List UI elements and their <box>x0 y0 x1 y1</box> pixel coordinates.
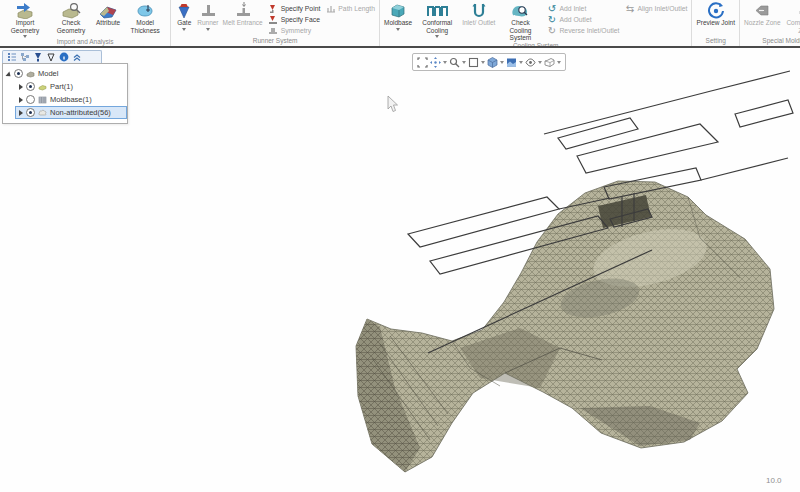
conformal-cooling-button[interactable]: Conformal Cooling <box>414 1 460 42</box>
model-thickness-button[interactable]: Model Thickness <box>122 1 168 38</box>
reverse-inlet-outlet-icon: ↻ <box>546 25 557 36</box>
gate-icon <box>175 2 193 19</box>
specify-face-button[interactable]: Specify Face <box>268 14 321 25</box>
zoom-icon[interactable] <box>449 57 466 68</box>
check-cooling-icon <box>510 2 530 19</box>
check-cooling-label: Check Cooling System <box>499 19 541 42</box>
clipping-plane-icon[interactable] <box>468 57 485 68</box>
compression-zone-icon <box>797 2 800 19</box>
specify-point-button[interactable]: Specify Point <box>268 3 321 14</box>
info-icon[interactable] <box>57 52 70 63</box>
mouse-cursor <box>388 96 398 112</box>
runner-small-column-1: Specify Point Specify Face Symmetry <box>265 1 323 37</box>
tree-row-label: Non-attributed(56) <box>50 108 111 117</box>
tree-row-model[interactable]: Model <box>3 67 127 80</box>
moldbase-icon <box>388 2 408 19</box>
path-length-button[interactable]: Path Length <box>325 3 375 14</box>
tree-row-non-attributed[interactable]: Non-attributed(56) <box>15 106 127 119</box>
compression-zone-label: Compression Zone <box>785 19 800 34</box>
runner-button[interactable]: Runner <box>195 1 220 37</box>
moldbase-button[interactable]: Moldbase <box>382 1 414 42</box>
viewport-toolbar <box>412 53 566 71</box>
symmetry-icon <box>268 25 279 36</box>
dropdown-caret[interactable] <box>462 61 466 64</box>
runner-tree-icon[interactable] <box>31 52 44 63</box>
tree-panel-tab-bar <box>2 50 102 63</box>
visibility-icon[interactable] <box>525 57 542 68</box>
check-cooling-system-button[interactable]: Check Cooling System <box>497 1 543 42</box>
model-tree-icon[interactable] <box>5 52 18 63</box>
group-label-runner-system: Runner System <box>171 37 379 46</box>
inlet-outlet-label: Inlet/ Outlet <box>462 19 495 27</box>
dropdown-caret[interactable] <box>182 28 186 31</box>
runner-icon <box>199 2 217 19</box>
reverse-inlet-outlet-button[interactable]: ↻ Reverse Inlet/Outlet <box>546 25 619 36</box>
gate-tree-icon[interactable] <box>44 52 57 63</box>
ribbon-toolbar: Import Geometry Check Geometry Attribute <box>0 0 800 48</box>
align-inlet-outlet-button[interactable]: ⇆ Align Inlet/Outlet <box>625 3 688 14</box>
group-label-setting: Setting <box>692 37 739 46</box>
align-inlet-outlet-icon: ⇆ <box>625 3 636 14</box>
dropdown-caret[interactable] <box>443 61 447 64</box>
group-runner-system: Gate Runner Melt Entrance <box>171 0 380 46</box>
add-outlet-icon: ↻ <box>546 14 557 25</box>
dropdown-caret[interactable] <box>538 61 542 64</box>
orbit-icon[interactable] <box>430 57 447 68</box>
dropdown-caret[interactable] <box>500 61 504 64</box>
cooling-small-column-2: ⇆ Align Inlet/Outlet <box>622 1 690 42</box>
attribute-button[interactable]: Attribute <box>94 1 122 38</box>
symmetry-label: Symmetry <box>281 27 312 34</box>
model-node-icon <box>26 69 35 78</box>
group-setting: Preview Joint Setting <box>692 0 740 46</box>
render-mode-icon[interactable] <box>506 57 523 68</box>
dropdown-caret[interactable] <box>206 28 210 31</box>
gate-label: Gate <box>177 19 191 27</box>
conformal-cooling-label: Conformal Cooling <box>416 19 458 34</box>
layer-tree-icon[interactable] <box>18 52 31 63</box>
add-outlet-button[interactable]: ↻ Add Outlet <box>546 14 619 25</box>
reverse-inlet-outlet-label: Reverse Inlet/Outlet <box>559 27 619 34</box>
visibility-radio[interactable] <box>26 82 35 91</box>
dropdown-caret[interactable] <box>481 61 485 64</box>
check-geometry-button[interactable]: Check Geometry <box>48 1 94 38</box>
shading-mode-icon[interactable] <box>487 57 504 68</box>
scale-readout: 10.0 <box>766 476 782 485</box>
gate-button[interactable]: Gate <box>173 1 195 37</box>
melt-entrance-icon <box>234 2 252 19</box>
melt-entrance-button[interactable]: Melt Entrance <box>221 1 265 37</box>
expander-icon[interactable] <box>6 71 13 78</box>
dropdown-caret[interactable] <box>557 61 561 64</box>
expander-icon[interactable] <box>19 110 23 116</box>
moldbase-label: Moldbase <box>384 19 412 27</box>
expander-icon[interactable] <box>19 97 23 103</box>
dropdown-caret[interactable] <box>519 61 523 64</box>
specify-point-label: Specify Point <box>281 5 321 12</box>
import-geometry-icon <box>15 2 35 19</box>
group-cooling-system: Moldbase Conformal Cooling Inlet/ Outlet <box>380 0 692 46</box>
import-geometry-button[interactable]: Import Geometry <box>2 1 48 38</box>
runner-label: Runner <box>197 19 218 27</box>
inlet-outlet-button[interactable]: Inlet/ Outlet <box>460 1 497 42</box>
symmetry-button[interactable]: Symmetry <box>268 25 321 36</box>
dropdown-caret[interactable] <box>396 28 400 31</box>
compression-zone-button[interactable]: Compression Zone <box>783 1 800 37</box>
model-tree-panel: Model Part(1) Moldbase(1) Non-attributed… <box>2 50 128 124</box>
inlet-outlet-icon <box>470 2 488 19</box>
tree-row-part[interactable]: Part(1) <box>15 80 127 93</box>
nozzle-zone-button[interactable]: Nozzle Zone <box>742 1 783 37</box>
preview-joint-button[interactable]: Preview Joint <box>694 1 737 37</box>
add-inlet-button[interactable]: ↺ Add Inlet <box>546 3 619 14</box>
import-geometry-label: Import Geometry <box>4 19 46 34</box>
collapse-panel-icon[interactable] <box>70 52 83 63</box>
dropdown-caret[interactable] <box>435 35 439 38</box>
visibility-radio[interactable] <box>14 69 23 78</box>
cooling-small-column-1: ↺ Add Inlet ↻ Add Outlet ↻ Reverse Inlet… <box>543 1 621 42</box>
expander-icon[interactable] <box>19 84 23 90</box>
tree-row-moldbase[interactable]: Moldbase(1) <box>15 93 127 106</box>
visibility-radio[interactable] <box>26 108 35 117</box>
specify-point-icon <box>268 3 279 14</box>
bounding-box-icon[interactable] <box>544 57 561 68</box>
fit-all-icon[interactable] <box>417 57 428 68</box>
visibility-radio[interactable] <box>26 95 35 104</box>
specify-face-label: Specify Face <box>281 16 320 23</box>
